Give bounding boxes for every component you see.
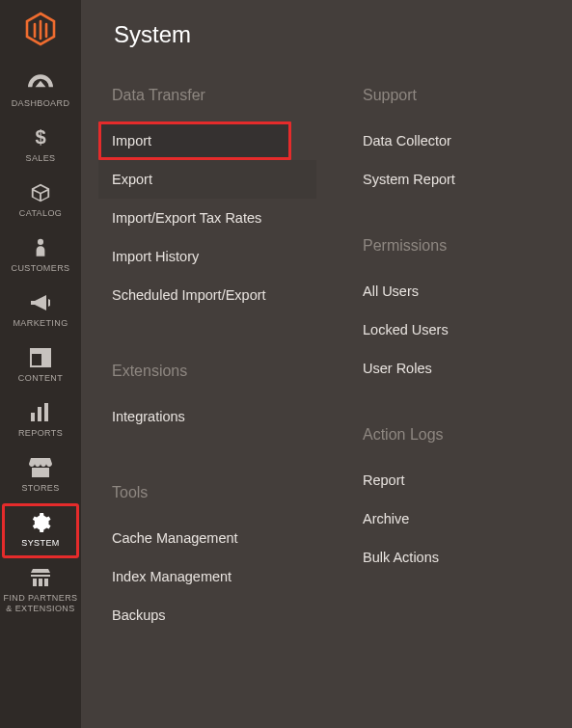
menu-item-integrations[interactable]: Integrations [98, 397, 320, 436]
group-action-logs: Action Logs Report Archive Bulk Actions [349, 426, 542, 577]
sidebar-item-label: CUSTOMERS [12, 263, 70, 274]
sidebar-item-label: CONTENT [18, 373, 63, 384]
svg-rect-5 [31, 413, 35, 421]
storefront-icon [27, 456, 54, 479]
sidebar-item-dashboard[interactable]: DASHBOARD [2, 64, 79, 119]
menu-item-bulk-actions[interactable]: Bulk Actions [349, 538, 542, 577]
sidebar-item-label: CATALOG [19, 208, 62, 219]
sidebar-item-content[interactable]: CONTENT [2, 338, 79, 393]
menu-item-import-history[interactable]: Import History [98, 237, 320, 276]
flyout-col-2: Support Data Collector System Report Per… [349, 87, 542, 661]
sidebar-item-label: MARKETING [13, 318, 68, 329]
svg-rect-6 [38, 407, 41, 421]
megaphone-icon [27, 291, 54, 314]
sidebar-item-label: STORES [21, 483, 59, 494]
sidebar-item-find-partners[interactable]: FIND PARTNERS & EXTENSIONS [2, 558, 79, 624]
sidebar-item-system[interactable]: SYSTEM [2, 503, 79, 558]
sidebar-item-label: SALES [25, 153, 55, 164]
gauge-icon [27, 71, 54, 94]
menu-item-all-users[interactable]: All Users [349, 272, 542, 310]
sidebar-item-customers[interactable]: CUSTOMERS [2, 229, 79, 283]
magento-logo[interactable] [21, 8, 60, 50]
flyout-col-1: Data Transfer Import Export Import/Expor… [98, 87, 320, 661]
group-extensions: Extensions Integrations [98, 363, 320, 436]
sidebar-item-sales[interactable]: $ SALES [2, 119, 79, 174]
sidebar-item-stores[interactable]: STORES [2, 448, 79, 503]
menu-item-locked-users[interactable]: Locked Users [349, 310, 542, 349]
group-data-transfer: Data Transfer Import Export Import/Expor… [98, 87, 320, 314]
menu-item-cache-management[interactable]: Cache Management [98, 519, 320, 557]
menu-item-system-report[interactable]: System Report [349, 160, 542, 199]
flyout-columns: Data Transfer Import Export Import/Expor… [81, 87, 572, 661]
menu-item-backups[interactable]: Backups [98, 596, 320, 634]
person-icon [27, 236, 54, 259]
menu-item-data-collector[interactable]: Data Collector [349, 121, 542, 160]
sidebar-item-catalog[interactable]: CATALOG [2, 174, 79, 229]
layout-icon [27, 346, 54, 369]
sidebar-item-label: FIND PARTNERS & EXTENSIONS [4, 593, 78, 614]
group-title: Permissions [349, 237, 542, 272]
menu-item-archive[interactable]: Archive [349, 499, 542, 538]
sidebar-item-marketing[interactable]: MARKETING [2, 283, 79, 338]
sidebar-item-label: REPORTS [18, 428, 63, 439]
partners-icon [27, 566, 54, 589]
menu-item-export[interactable]: Export [98, 160, 316, 199]
group-title: Action Logs [349, 426, 542, 461]
bar-chart-icon [27, 401, 54, 424]
admin-sidebar: DASHBOARD $ SALES CATALOG CUSTOMERS MARK… [0, 0, 81, 728]
menu-item-index-management[interactable]: Index Management [98, 557, 320, 596]
group-permissions: Permissions All Users Locked Users User … [349, 237, 542, 388]
sidebar-item-label: SYSTEM [21, 538, 59, 549]
sidebar-item-label: DASHBOARD [12, 98, 70, 109]
menu-item-import-export-tax-rates[interactable]: Import/Export Tax Rates [98, 199, 320, 237]
box-icon [27, 181, 54, 204]
dollar-icon: $ [27, 126, 54, 149]
group-title: Tools [98, 484, 320, 519]
svg-rect-3 [31, 349, 50, 354]
menu-item-scheduled-import-export[interactable]: Scheduled Import/Export [98, 276, 320, 314]
menu-item-report[interactable]: Report [349, 461, 542, 499]
group-title: Support [349, 87, 542, 121]
svg-rect-7 [44, 403, 48, 421]
menu-item-import[interactable]: Import [98, 121, 291, 160]
group-title: Extensions [98, 363, 320, 397]
page-title: System [81, 21, 572, 87]
group-title: Data Transfer [98, 87, 320, 121]
svg-point-1 [38, 239, 43, 245]
gear-icon [27, 511, 54, 534]
svg-text:$: $ [35, 127, 45, 148]
system-flyout: System Data Transfer Import Export Impor… [81, 0, 572, 728]
svg-rect-4 [41, 354, 50, 366]
menu-item-user-roles[interactable]: User Roles [349, 349, 542, 388]
group-tools: Tools Cache Management Index Management … [98, 484, 320, 634]
sidebar-item-reports[interactable]: REPORTS [2, 393, 79, 448]
group-support: Support Data Collector System Report [349, 87, 542, 199]
